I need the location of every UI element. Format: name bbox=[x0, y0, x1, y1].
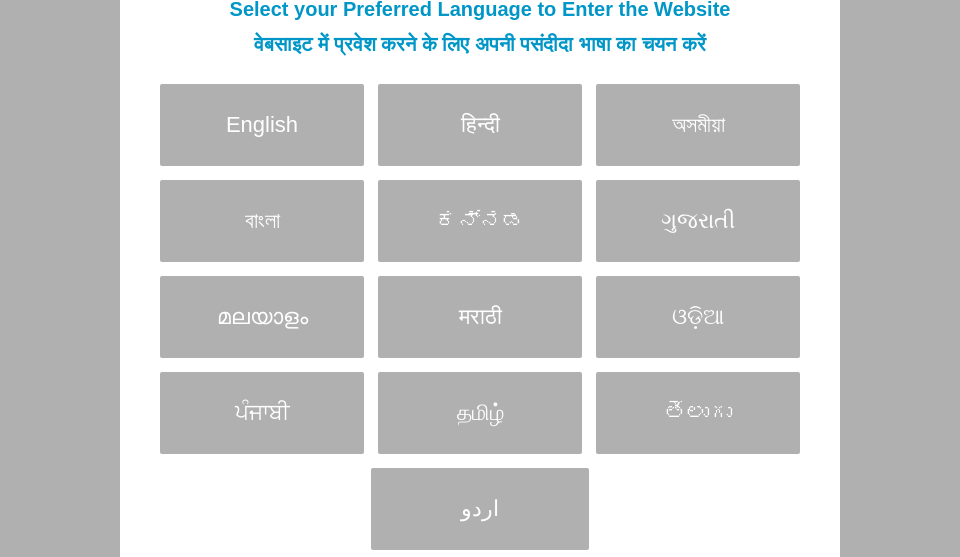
lang-btn-hindi[interactable]: हिन्दी bbox=[378, 84, 582, 166]
lang-btn-odia[interactable]: ଓଡ଼ିଆ bbox=[596, 276, 800, 358]
lang-btn-tamil[interactable]: தமிழ் bbox=[378, 372, 582, 454]
urdu-row: اردو bbox=[160, 468, 800, 550]
lang-btn-punjabi[interactable]: ਪੰਜਾਬੀ bbox=[160, 372, 364, 454]
lang-btn-telugu[interactable]: తెలుగు bbox=[596, 372, 800, 454]
lang-btn-assamese[interactable]: অসমীয়া bbox=[596, 84, 800, 166]
language-selection-modal: Select your Preferred Language to Enter … bbox=[120, 0, 840, 557]
lang-btn-bengali[interactable]: বাংলা bbox=[160, 180, 364, 262]
lang-btn-english[interactable]: English bbox=[160, 84, 364, 166]
lang-btn-urdu[interactable]: اردو bbox=[371, 468, 589, 550]
title-english: Select your Preferred Language to Enter … bbox=[230, 0, 731, 21]
lang-btn-gujarati[interactable]: ગુજરાતી bbox=[596, 180, 800, 262]
lang-btn-marathi[interactable]: मराठी bbox=[378, 276, 582, 358]
title-hindi: वेबसाइट में प्रवेश करने के लिए अपनी पसंद… bbox=[254, 33, 705, 56]
lang-btn-kannada[interactable]: ಕನ್ನಡ bbox=[378, 180, 582, 262]
language-grid: Englishहिन्दीঅসমীয়াবাংলাಕನ್ನಡગુજરાતીമലയ… bbox=[160, 84, 800, 454]
lang-btn-malayalam[interactable]: മലയാളം bbox=[160, 276, 364, 358]
